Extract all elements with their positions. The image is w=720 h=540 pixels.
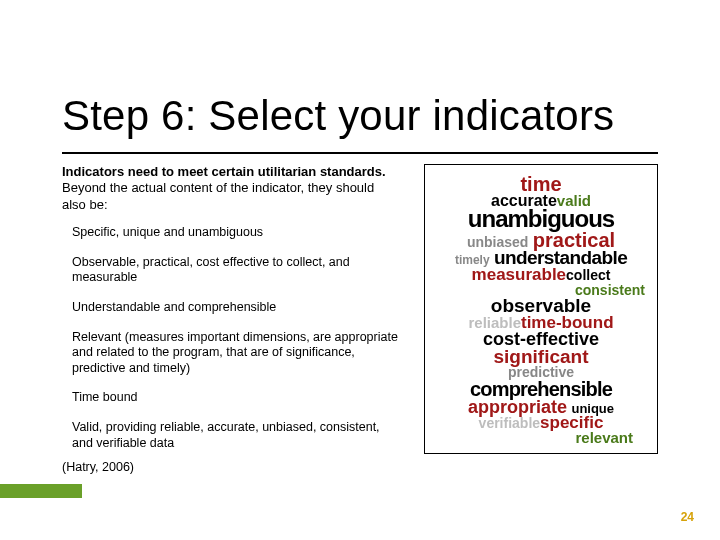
title-underline: [62, 152, 658, 154]
citation: (Hatry, 2006): [62, 460, 134, 474]
intro-rest: Beyond the actual content of the indicat…: [62, 180, 374, 211]
bullet-list: Specific, unique and unambiguous Observa…: [72, 225, 402, 465]
intro-bold: Indicators need to meet certain utilitar…: [62, 164, 386, 179]
list-item: Relevant (measures important dimensions,…: [72, 330, 402, 377]
wc-word: collect: [566, 267, 610, 283]
list-item: Specific, unique and unambiguous: [72, 225, 402, 241]
list-item: Understandable and comprehensible: [72, 300, 402, 316]
list-item: Observable, practical, cost effective to…: [72, 255, 402, 286]
list-item: Time bound: [72, 390, 402, 406]
slide-title: Step 6: Select your indicators: [62, 92, 614, 140]
page-number: 24: [681, 510, 694, 524]
wc-word: verifiable: [479, 415, 540, 431]
wc-word: measurable: [472, 265, 567, 284]
intro-paragraph: Indicators need to meet certain utilitar…: [62, 164, 392, 213]
wc-word: relevant: [575, 429, 633, 446]
accent-bar: [0, 484, 82, 498]
slide: Step 6: Select your indicators Indicator…: [0, 0, 720, 540]
wordcloud-image: time accuratevalid unambiguous unbiased …: [424, 164, 658, 454]
list-item: Valid, providing reliable, accurate, unb…: [72, 420, 402, 451]
